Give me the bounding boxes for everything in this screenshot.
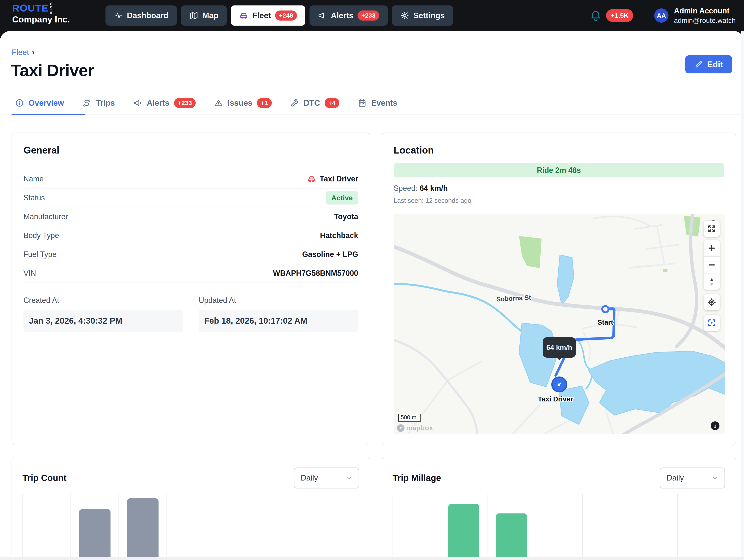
plus-icon — [707, 244, 716, 253]
tab-alerts[interactable]: Alerts +233 — [134, 98, 196, 108]
trip-millage-period-select[interactable]: Daily — [660, 468, 725, 488]
notifications-bell-icon[interactable] — [590, 9, 602, 22]
start-label: Start — [597, 319, 613, 326]
nav-item-settings[interactable]: Settings — [392, 5, 453, 26]
chart-bar — [448, 504, 479, 560]
chevron-down-icon — [711, 474, 719, 482]
tab-issues[interactable]: Issues +1 — [214, 98, 272, 108]
zoom-in-button[interactable] — [704, 240, 720, 256]
nav-item-fleet[interactable]: Fleet +248 — [231, 5, 305, 26]
geolocate-button[interactable] — [704, 294, 720, 310]
trip-millage-title: Trip Millage — [393, 473, 441, 483]
nav-item-label: Fleet — [252, 11, 271, 20]
trip-millage-chart — [393, 493, 725, 560]
chart-bar — [127, 498, 158, 560]
content-area: Fleet › Taxi Driver Edit Overview Trips … — [0, 31, 744, 560]
vehicle-name-value: Taxi Driver — [320, 175, 358, 183]
trip-count-card: Trip Count Daily — [11, 457, 370, 560]
vehicle-marker[interactable] — [551, 376, 567, 393]
fleet-count-badge: +248 — [275, 10, 297, 21]
minus-icon — [707, 261, 716, 269]
logo-watch-text: WATCH — [49, 2, 52, 13]
map-info-button[interactable]: i — [711, 421, 719, 430]
user-menu[interactable]: Admin Account admin@route.watch — [674, 6, 736, 25]
alerts-count-badge: +233 — [358, 10, 379, 21]
row-value: Hatchback — [320, 231, 358, 240]
track-vehicle-button[interactable] — [704, 314, 720, 331]
speed-tooltip: 64 km/h — [543, 337, 576, 358]
gear-icon — [400, 11, 409, 20]
tab-label: Alerts — [147, 99, 170, 108]
chart-column — [678, 493, 725, 560]
general-row-name: Name Taxi Driver — [24, 170, 358, 189]
updated-at-label: Updated At — [199, 296, 358, 305]
chart-column — [311, 493, 359, 560]
nav-item-alerts[interactable]: Alerts +233 — [309, 5, 388, 26]
avatar[interactable]: AA — [654, 8, 669, 23]
chart-column — [263, 493, 311, 560]
tab-trips[interactable]: Trips — [82, 99, 115, 108]
breadcrumb-fleet-link[interactable]: Fleet — [12, 48, 29, 57]
row-value: WBAPH7G58BNM57000 — [273, 269, 358, 278]
trip-count-period-select[interactable]: Daily — [294, 468, 359, 488]
horizontal-scrollbar-track[interactable] — [0, 557, 744, 560]
row-label: Status — [24, 193, 45, 202]
row-label: Name — [24, 175, 44, 183]
expand-icon — [707, 224, 716, 233]
vertical-scrollbar-track[interactable] — [741, 31, 744, 560]
pencil-icon — [695, 60, 703, 69]
nav-item-dashboard[interactable]: Dashboard — [106, 5, 177, 26]
chart-column — [583, 493, 630, 560]
megaphone-icon — [134, 99, 142, 107]
nav-item-label: Settings — [413, 11, 445, 20]
tilt-button[interactable]: ▲▼ — [704, 273, 720, 290]
notifications-count-badge: +1.5K — [606, 12, 633, 19]
speed-label: Speed: — [394, 184, 417, 192]
tab-events[interactable]: Events — [358, 99, 397, 108]
ride-duration-banner: Ride 2m 48s — [394, 163, 724, 177]
chart-column — [23, 493, 71, 560]
tilt-arrows-icon: ▲▼ — [709, 277, 714, 286]
zoom-out-button[interactable] — [704, 257, 720, 273]
app-logo[interactable]: ROUTE WATCH Company Inc. — [12, 2, 70, 25]
mapbox-logo[interactable]: ✦ mapbox — [397, 424, 433, 432]
map-icon — [189, 11, 198, 20]
trip-count-title: Trip Count — [23, 473, 67, 483]
car-icon — [307, 175, 316, 183]
arrow-southwest-icon — [555, 380, 564, 389]
route-icon — [82, 99, 91, 107]
nav-item-map[interactable]: Map — [181, 5, 227, 26]
row-label: Manufacturer — [24, 212, 68, 221]
warning-triangle-icon — [214, 99, 223, 107]
chart-column — [535, 493, 583, 560]
row-value: Toyota — [334, 212, 358, 221]
speed-line: Speed: 64 km/h — [394, 184, 724, 193]
logo-route-text: ROUTE — [12, 2, 48, 14]
chart-column — [71, 493, 119, 560]
chart-column — [393, 493, 440, 560]
tab-overview[interactable]: Overview — [15, 99, 64, 108]
map-canvas[interactable]: Soborna St ki St Start Taxi Driver 64 km… — [394, 214, 725, 434]
created-at-block: Created At Jan 3, 2026, 4:30:32 PM — [24, 296, 183, 332]
tab-dtc[interactable]: DTC +4 — [290, 98, 339, 108]
info-icon — [15, 99, 24, 107]
trip-count-chart — [23, 493, 359, 560]
nav-item-label: Map — [202, 11, 218, 20]
chart-column — [167, 493, 215, 560]
general-card-title: General — [24, 145, 358, 156]
tab-label: Events — [371, 99, 397, 108]
breadcrumb: Fleet › — [12, 48, 35, 57]
fullscreen-button[interactable] — [704, 221, 720, 237]
active-tab-underline — [11, 114, 85, 115]
status-badge: Active — [326, 191, 358, 204]
main-nav: Dashboard Map Fleet +248 Alerts +233 Set… — [106, 5, 453, 26]
edit-button[interactable]: Edit — [685, 55, 732, 73]
calendar-icon — [358, 99, 367, 107]
chart-column — [488, 493, 535, 560]
user-name: Admin Account — [674, 6, 736, 15]
row-label: VIN — [24, 269, 36, 278]
map-basemap: Soborna St ki St Start Taxi Driver — [394, 214, 725, 434]
megaphone-icon — [318, 11, 327, 20]
nav-item-label: Alerts — [331, 11, 354, 20]
tab-label: Overview — [29, 99, 64, 108]
